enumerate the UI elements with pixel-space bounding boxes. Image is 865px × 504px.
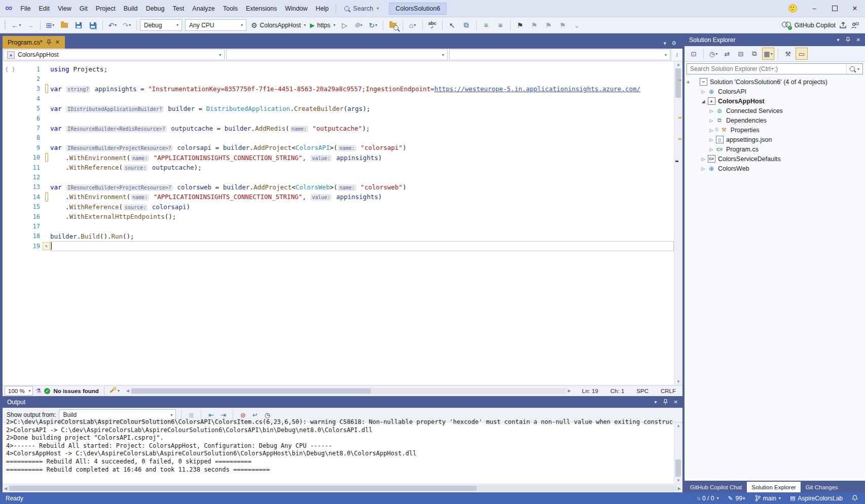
expander-icon[interactable]: ▷ [708,108,715,113]
line-indicator[interactable]: Ln: 19 [578,388,603,394]
code-line[interactable]: 5var IDistributedApplicationBuilder? bui… [3,104,674,113]
scroll-left-arrow[interactable]: ◀ [3,486,9,491]
menu-debug[interactable]: Debug [142,3,169,15]
code-text[interactable] [50,241,674,251]
timestamp-icon[interactable]: ◷ [263,411,272,419]
decrease-indent-button[interactable]: ≡ [480,19,493,32]
toggle-word-wrap-icon[interactable]: ↵ [250,411,260,419]
expander-icon[interactable]: ▷ [700,89,707,94]
output-title-bar[interactable]: Output ▾ ✕ [3,396,682,408]
scroll-left-arrow[interactable]: ◀ [125,389,131,393]
tree-item-colorsapi[interactable]: ▷⊕ColorsAPI [684,87,865,96]
output-vertical-scrollbar[interactable]: ▲ ▼ [674,422,682,484]
editor-horizontal-scrollbar[interactable]: ◀ ▶ [125,387,572,394]
go-to-previous-message-icon[interactable]: ⇤ [206,411,215,419]
go-to-next-message-icon[interactable]: ⇥ [219,411,228,419]
git-sync-button[interactable]: ↑↓ 0 / 0 ▾ [697,495,718,502]
menu-help[interactable]: Help [312,3,333,15]
tree-item-colorsservicedefaults[interactable]: ▷C#ColorsServiceDefaults [684,154,865,164]
unpushed-edits-button[interactable]: ✎ 99+ [728,495,745,502]
restart-button[interactable]: ↻▾ [367,19,380,32]
switch-views-button[interactable]: ⊡ [688,48,700,60]
close-tab-icon[interactable]: ✕ [55,39,60,46]
code-line[interactable]: 16 .WithExternalHttpEndpoints(); [3,212,674,221]
pencil-icon[interactable]: ✎ [43,242,50,250]
insert-mode-indicator[interactable]: SPC [632,388,653,394]
toolbar-overflow-button[interactable]: ⌄ [570,19,584,32]
code-line[interactable]: 2 [3,74,674,84]
code-text[interactable]: var IResourceBuilder<ProjectResource>? c… [50,183,674,191]
menu-window[interactable]: Window [281,3,311,15]
preview-selected-items-button[interactable]: ▭ [796,48,808,60]
code-text[interactable]: var string? appinsights = "Instrumentati… [50,85,674,93]
pin-icon[interactable] [663,399,668,405]
code-line[interactable]: 6 [3,113,674,123]
file-nesting-button[interactable]: ▦▾ [762,48,774,60]
start-debugging-button[interactable]: ▶ https▾ [308,19,337,32]
tree-item-properties[interactable]: ▷⚿⚒Properties [684,125,865,135]
next-bookmark-button[interactable]: ⚑ [542,19,555,32]
code-text[interactable]: builder.Build().Run(); [50,232,674,240]
menu-file[interactable]: File [16,3,34,15]
code-text[interactable]: var IDistributedApplicationBuilder? buil… [50,105,674,112]
start-without-debugging-button[interactable]: ▷ [338,19,351,32]
tree-item-colorsapphost[interactable]: ◢▲ColorsAppHost [684,96,865,106]
menu-tools[interactable]: Tools [219,3,242,15]
menu-test[interactable]: Test [168,3,188,15]
issues-label[interactable]: No issues found [53,388,98,394]
scroll-right-arrow[interactable]: ▶ [676,486,682,491]
code-text[interactable]: .WithReference(source: outputcache); [50,164,674,171]
feedback-icon[interactable] [788,4,797,13]
close-icon[interactable]: ✕ [674,399,678,405]
code-text[interactable]: .WithExternalHttpEndpoints(); [50,213,674,220]
scrollbar-thumb[interactable] [131,389,371,394]
solution-explorer-search[interactable]: ▾ [687,63,863,74]
close-button[interactable]: ✕ [845,0,865,17]
menu-project[interactable]: Project [92,3,120,15]
code-line[interactable]: 14 .WithEnvironment(name: "APPLICATIONIN… [3,192,674,202]
platform-dropdown[interactable]: Any CPU▾ [185,19,246,31]
new-file-button[interactable]: ⊞▾ [44,19,57,32]
startup-project-dropdown[interactable]: ⚙ ColorsAppHost▾ [249,19,307,32]
code-cleanup-icon[interactable] [110,389,115,393]
spell-check-button[interactable]: abc✓ [426,19,439,32]
scroll-down-arrow[interactable]: ▼ [674,379,682,384]
expander-icon[interactable]: ◢ [700,99,707,104]
panel-tab-solution-explorer[interactable]: Solution Explorer [747,482,801,492]
code-text[interactable]: .WithEnvironment(name: "APPLICATIONINSIG… [50,154,674,162]
code-text[interactable]: var IResourceBuilder<RedisResource>? out… [50,125,674,132]
close-icon[interactable]: ✕ [856,37,860,43]
selection-tool-button[interactable]: ↖ [446,19,459,32]
solution-explorer-title-bar[interactable]: Solution Explorer ▾ ✕ [684,33,865,46]
search-box[interactable]: Search ▾ [339,3,384,14]
toggle-bookmark-button[interactable]: ⚑ [514,19,527,32]
scrollbar-thumb[interactable] [9,486,477,491]
code-line[interactable]: 19✎ [3,241,674,251]
split-window-button[interactable]: ↕ [671,49,682,61]
undo-button[interactable]: ↶▾ [106,19,119,32]
share-icon[interactable] [839,22,847,29]
zoom-dropdown[interactable]: 100 %▾ [5,386,33,396]
expander-icon[interactable]: ▷ [708,147,715,152]
menu-extensions[interactable]: Extensions [242,3,281,15]
code-line[interactable]: 9var IResourceBuilder<ProjectResource>? … [3,143,674,152]
open-file-button[interactable] [58,19,71,32]
code-line[interactable]: 7var IResourceBuilder<RedisResource>? ou… [3,123,674,133]
member-dropdown[interactable]: ▾ [449,49,670,60]
previous-bookmark-button[interactable]: ⚑ [528,19,541,32]
expander-icon[interactable]: ▷ [708,118,715,123]
collapse-all-button[interactable]: ⊟ [735,48,747,60]
increase-indent-button[interactable]: ≡ [494,19,507,32]
menu-view[interactable]: View [54,3,76,15]
expander-icon[interactable]: ▷ [708,137,715,142]
code-line[interactable]: 4 [3,94,674,103]
navigate-back-button[interactable]: ←▾ [10,19,23,32]
pin-icon[interactable] [47,40,51,45]
editor-vertical-scrollbar[interactable]: ▲ ▼ [674,61,682,385]
type-dropdown[interactable]: ▾ [226,49,447,60]
code-line[interactable]: 11 .WithReference(source: outputcache); [3,163,674,172]
toolbar-grip[interactable] [4,21,6,29]
column-indicator[interactable]: Ch: 1 [606,388,629,394]
expander-icon[interactable]: ▷ [708,128,715,133]
window-position-menu-icon[interactable]: ▾ [655,399,657,405]
